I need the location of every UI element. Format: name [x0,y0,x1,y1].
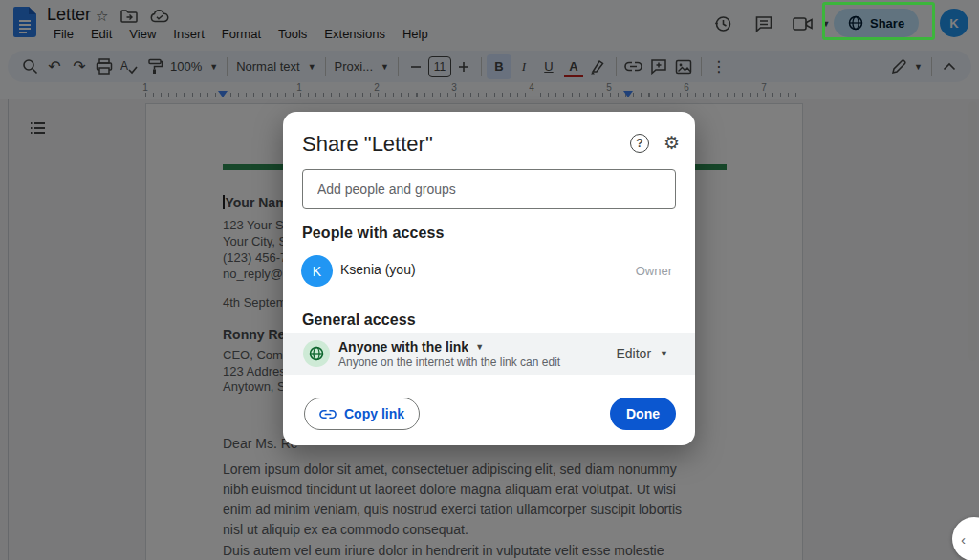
person-role: Owner [636,264,672,278]
general-access-row: Anyone with the link▼ Anyone on the inte… [283,333,695,375]
done-button[interactable]: Done [610,398,676,430]
share-dialog-title: Share "Letter" [302,132,433,157]
general-access-header: General access [302,312,416,329]
google-docs-app: Letter ☆ FileEditViewInsertFormatToolsEx… [0,0,979,560]
add-people-input[interactable] [302,169,676,209]
access-scope-description: Anyone on the internet with the link can… [338,355,560,369]
help-icon[interactable]: ? [630,134,649,153]
copy-link-button[interactable]: Copy link [304,398,420,430]
person-row[interactable]: K Ksenia (you) Owner [283,251,695,297]
access-role-dropdown[interactable]: Editor▼ [617,346,669,361]
link-globe-icon [303,340,330,367]
settings-gear-icon[interactable]: ⚙ [664,134,680,153]
people-with-access-header: People with access [302,225,445,242]
share-dialog: Share "Letter" ? ⚙ People with access K … [283,112,695,445]
person-name: Ksenia (you) [340,262,416,277]
access-scope-dropdown[interactable]: Anyone with the link▼ [338,339,560,355]
person-avatar: K [301,255,333,287]
